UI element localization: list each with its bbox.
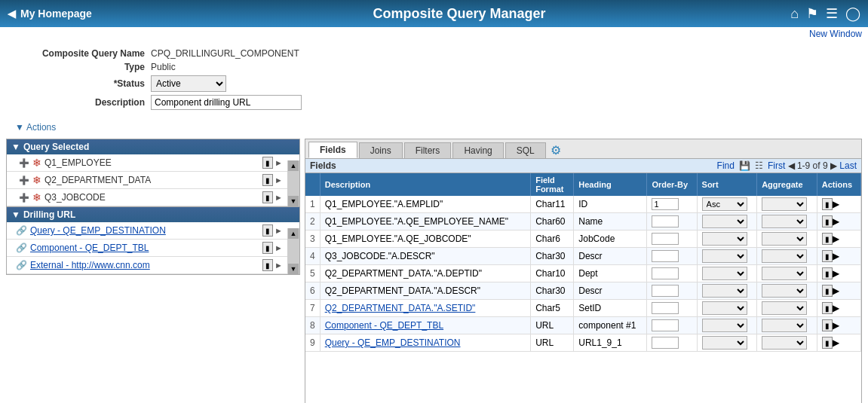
expand-icon[interactable]: ➕ [19, 176, 29, 185]
back-navigation[interactable]: ◀ My Homepage [8, 8, 128, 20]
orderby-input[interactable] [652, 250, 679, 262]
view-icon[interactable]: 💾 [739, 160, 750, 171]
row-actions[interactable]: ▮▶ [817, 248, 860, 265]
orderby-input[interactable] [652, 267, 679, 279]
expand-icon[interactable]: ➕ [19, 193, 29, 203]
description-link[interactable]: Component - QE_DEPT_TBL [325, 320, 443, 331]
flag-icon[interactable]: ⚑ [806, 5, 818, 22]
row-aggregate[interactable]: SumCountMinMaxAvg [757, 334, 817, 352]
orderby-input[interactable] [652, 337, 679, 349]
row-orderby[interactable] [647, 213, 697, 231]
sort-select[interactable]: AscDesc [702, 197, 747, 211]
row-orderby[interactable] [647, 248, 697, 265]
row-action-button[interactable]: ▮ [822, 215, 833, 227]
row-actions[interactable]: ▮▶ [817, 282, 860, 300]
aggregate-select[interactable]: SumCountMinMaxAvg [762, 336, 807, 350]
aggregate-select[interactable]: SumCountMinMaxAvg [762, 197, 807, 211]
tab-having[interactable]: Having [452, 142, 503, 158]
row-action-button[interactable]: ▮ [822, 302, 833, 314]
row-sort[interactable]: AscDesc [697, 248, 757, 265]
row-actions[interactable]: ▮▶ [817, 265, 860, 282]
row-orderby[interactable] [647, 231, 697, 248]
row-orderby[interactable] [647, 265, 697, 282]
sort-select[interactable]: AscDesc [702, 336, 747, 350]
sort-select[interactable]: AscDesc [702, 215, 747, 228]
row-actions[interactable]: ▮▶ [817, 317, 860, 334]
row-sort[interactable]: AscDesc [697, 196, 757, 213]
row-action-button[interactable]: ▮ [822, 285, 833, 297]
scroll-down-btn[interactable]: ▼ [288, 196, 299, 206]
row-actions[interactable]: ▮▶ [817, 300, 860, 317]
row-aggregate[interactable]: SumCountMinMaxAvg [757, 248, 817, 265]
row-sort[interactable]: AscDesc [697, 317, 757, 334]
orderby-input[interactable] [652, 215, 679, 227]
tab-joins[interactable]: Joins [359, 142, 403, 158]
row-description[interactable]: Q2_DEPARTMENT_DATA."A.SETID" [320, 300, 530, 317]
row-orderby[interactable] [647, 334, 697, 352]
row-actions[interactable]: ▮▶ [817, 196, 860, 213]
copy-button[interactable]: ▮ [262, 259, 273, 271]
sort-select[interactable]: AscDesc [702, 301, 747, 315]
row-sort[interactable]: AscDesc [697, 282, 757, 300]
copy-button[interactable]: ▮ [262, 174, 273, 186]
aggregate-select[interactable]: SumCountMinMaxAvg [762, 319, 807, 332]
menu-icon[interactable]: ☰ [826, 5, 838, 22]
last-link[interactable]: Last [839, 160, 857, 171]
find-link[interactable]: Find [717, 160, 735, 171]
new-window-link[interactable]: New Window [809, 29, 862, 39]
row-aggregate[interactable]: SumCountMinMaxAvg [757, 300, 817, 317]
status-select[interactable]: Active Inactive [151, 75, 226, 92]
sort-select[interactable]: AscDesc [702, 267, 747, 280]
row-orderby[interactable] [647, 317, 697, 334]
copy-button[interactable]: ▮ [262, 191, 273, 203]
drilling-item-text[interactable]: Component - QE_DEPT_TBL [30, 243, 259, 253]
row-sort[interactable]: AscDesc [697, 265, 757, 282]
orderby-input[interactable] [652, 198, 679, 210]
row-orderby[interactable] [647, 196, 697, 213]
aggregate-select[interactable]: SumCountMinMaxAvg [762, 284, 807, 298]
scroll-down-btn[interactable]: ▼ [288, 264, 299, 274]
description-link[interactable]: Q2_DEPARTMENT_DATA."A.SETID" [325, 303, 476, 313]
orderby-input[interactable] [652, 302, 679, 314]
description-input[interactable] [151, 95, 302, 110]
description-link[interactable]: Query - QE_EMP_DESTINATION [325, 337, 461, 348]
row-actions[interactable]: ▮▶ [817, 334, 860, 352]
row-action-button[interactable]: ▮ [822, 233, 833, 245]
row-aggregate[interactable]: SumCountMinMaxAvg [757, 213, 817, 231]
sort-select[interactable]: AscDesc [702, 232, 747, 246]
first-link[interactable]: First [768, 160, 785, 171]
row-action-button[interactable]: ▮ [822, 250, 833, 262]
actions-link[interactable]: ▼ Actions [15, 122, 853, 133]
drilling-item-text[interactable]: Query - QE_EMP_DESTINATION [30, 225, 259, 236]
aggregate-select[interactable]: SumCountMinMaxAvg [762, 249, 807, 263]
expand-icon[interactable]: ➕ [19, 158, 29, 168]
copy-button[interactable]: ▮ [262, 157, 273, 169]
row-actions[interactable]: ▮▶ [817, 213, 860, 231]
aggregate-select[interactable]: SumCountMinMaxAvg [762, 232, 807, 246]
row-actions[interactable]: ▮▶ [817, 231, 860, 248]
sort-select[interactable]: AscDesc [702, 249, 747, 263]
row-orderby[interactable] [647, 300, 697, 317]
row-aggregate[interactable]: SumCountMinMaxAvg [757, 282, 817, 300]
row-description[interactable]: Query - QE_EMP_DESTINATION [320, 334, 530, 352]
row-action-button[interactable]: ▮ [822, 319, 833, 331]
aggregate-select[interactable]: SumCountMinMaxAvg [762, 267, 807, 280]
circle-icon[interactable]: ◯ [845, 5, 860, 22]
scroll-up-btn[interactable]: ▲ [288, 228, 299, 239]
sort-select[interactable]: AscDesc [702, 319, 747, 332]
orderby-input[interactable] [652, 233, 679, 245]
row-sort[interactable]: AscDesc [697, 231, 757, 248]
row-action-button[interactable]: ▮ [822, 267, 833, 279]
row-action-button[interactable]: ▮ [822, 337, 833, 349]
row-aggregate[interactable]: SumCountMinMaxAvg [757, 196, 817, 213]
scroll-up-btn[interactable]: ▲ [288, 160, 299, 171]
row-aggregate[interactable]: SumCountMinMaxAvg [757, 317, 817, 334]
row-sort[interactable]: AscDesc [697, 213, 757, 231]
row-action-button[interactable]: ▮ [822, 198, 833, 210]
tab-filters[interactable]: Filters [404, 142, 452, 158]
aggregate-select[interactable]: SumCountMinMaxAvg [762, 215, 807, 228]
orderby-input[interactable] [652, 319, 679, 331]
tab-sql[interactable]: SQL [505, 142, 546, 158]
home-icon[interactable]: ⌂ [790, 6, 799, 22]
row-sort[interactable]: AscDesc [697, 300, 757, 317]
